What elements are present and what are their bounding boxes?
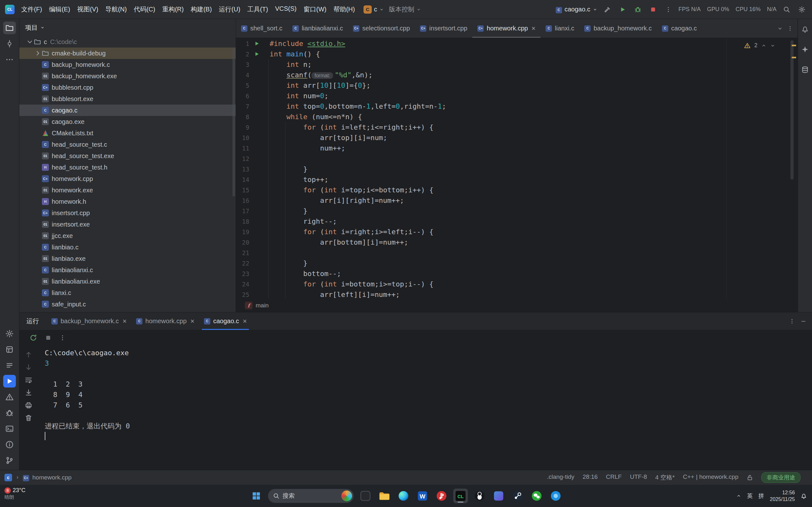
editor-tab-backup_homework.c[interactable]: Cbackup_homework.c: [579, 19, 657, 38]
tool-strip-todo[interactable]: [3, 359, 16, 372]
license-badge[interactable]: 非商业用途: [761, 472, 801, 483]
input-language[interactable]: 英: [747, 492, 753, 500]
tool-strip-database[interactable]: [799, 63, 811, 76]
search-highlight-image[interactable]: [341, 491, 352, 501]
run-tab-homework.cpp[interactable]: Chomework.cpp×: [131, 313, 199, 330]
vcs-selector[interactable]: 版本控制: [389, 5, 421, 14]
tree-item-cmake-build-debug[interactable]: cmake-build-debug: [19, 48, 236, 59]
menu-文件(F)[interactable]: 文件(F): [18, 3, 46, 16]
stop-disabled-icon[interactable]: [45, 334, 52, 341]
tree-item-homework.h[interactable]: Hhomework.h: [19, 196, 236, 207]
ime-mode[interactable]: 拼: [758, 492, 764, 500]
more-vertical-icon[interactable]: [787, 26, 793, 32]
status-project-chip[interactable]: c: [4, 474, 12, 481]
status-item[interactable]: CRLF: [606, 473, 622, 482]
taskbar-app-netease-music[interactable]: [434, 489, 449, 503]
clear-all-icon[interactable]: [25, 414, 32, 422]
tree-item-c[interactable]: cC:\code\c: [19, 36, 236, 48]
soft-wrap-icon[interactable]: [25, 376, 32, 384]
editor-tab-caogao.c[interactable]: Ccaogao.c: [657, 19, 702, 38]
tree-item-homework.exe[interactable]: 01homework.exe: [19, 184, 236, 196]
inspection-widget[interactable]: 2: [744, 42, 775, 49]
tree-item-head_source_test.h[interactable]: Hhead_source_test.h: [19, 162, 236, 173]
close-tab-icon[interactable]: ×: [122, 318, 126, 325]
taskbar-search[interactable]: 搜索: [268, 489, 354, 503]
status-item[interactable]: 4 空格*: [655, 473, 675, 482]
build-button[interactable]: [602, 4, 612, 14]
tool-strip-settings[interactable]: [3, 327, 16, 340]
taskbar-app-edge[interactable]: [396, 489, 411, 503]
tool-strip-commit[interactable]: [3, 38, 16, 50]
tree-item-safe_input.c[interactable]: Csafe_input.c: [19, 298, 236, 310]
run-line-icon[interactable]: [254, 41, 260, 47]
tree-item-head_source_test.exe[interactable]: 01head_source_test.exe: [19, 150, 236, 162]
tree-item-backup_homework.c[interactable]: Cbackup_homework.c: [19, 59, 236, 70]
hidden-tabs-icon[interactable]: [777, 26, 783, 32]
menu-运行(U)[interactable]: 运行(U): [215, 3, 244, 16]
taskbar-app-file-explorer[interactable]: [377, 489, 392, 503]
tree-item-lianbiao.exe[interactable]: 01lianbiao.exe: [19, 253, 236, 264]
tree-item-insertsort.cpp[interactable]: C+insertsort.cpp: [19, 207, 236, 219]
tree-item-lianxi.c[interactable]: Clianxi.c: [19, 287, 236, 298]
menu-帮助(H)[interactable]: 帮助(H): [330, 3, 358, 16]
breadcrumb-function[interactable]: main: [256, 302, 269, 309]
tool-strip-debug[interactable]: [3, 406, 16, 419]
debug-button[interactable]: [633, 4, 643, 14]
menu-导航(N)[interactable]: 导航(N): [102, 3, 131, 16]
taskbar-app-wechat[interactable]: [529, 489, 544, 503]
menu-VCS(S)[interactable]: VCS(S): [271, 3, 300, 16]
tree-item-CMakeLists.txt[interactable]: CMakeLists.txt: [19, 127, 236, 139]
tree-item-lianbiaolianxi.exe[interactable]: 01lianbiaolianxi.exe: [19, 276, 236, 287]
editor-tab-homework.cpp[interactable]: C+homework.cpp×: [472, 19, 541, 38]
tree-item-caogao.c[interactable]: Ccaogao.c: [19, 105, 236, 116]
editor-tab-lianbiaolianxi.c[interactable]: Clianbiaolianxi.c: [287, 19, 348, 38]
console-output[interactable]: C:\code\c\caogao.exe3 1 2 3 8 9 4 7 6 5 …: [45, 348, 806, 470]
stop-button[interactable]: [648, 4, 658, 14]
close-tab-icon[interactable]: ×: [190, 318, 194, 325]
tool-strip-more-tools[interactable]: [3, 53, 16, 66]
menu-视图(V)[interactable]: 视图(V): [73, 3, 102, 16]
more-actions-button[interactable]: [663, 4, 673, 14]
taskbar-clock[interactable]: 12:56 2025/11/25: [770, 489, 795, 503]
previous-problem-icon[interactable]: [761, 43, 766, 48]
tool-strip-notifications[interactable]: [799, 23, 811, 36]
editor-tab-selectionsort.cpp[interactable]: C+selectionsort.cpp: [348, 19, 415, 38]
run-tab-caogao.c[interactable]: Ccaogao.c×: [199, 313, 252, 330]
tree-item-jjcc.exe[interactable]: 01jjcc.exe: [19, 230, 236, 241]
more-vertical-icon[interactable]: [59, 335, 66, 341]
tree-item-homework.cpp[interactable]: C+homework.cpp: [19, 173, 236, 184]
status-file-name[interactable]: homework.cpp: [32, 474, 72, 481]
taskbar-app-app-dark[interactable]: [358, 489, 373, 503]
tool-strip-ai-assistant[interactable]: [799, 43, 811, 56]
taskbar-app-app-blue[interactable]: [491, 489, 506, 503]
menu-窗口(W)[interactable]: 窗口(W): [300, 3, 330, 16]
tree-item-insertsort.exe[interactable]: 01insertsort.exe: [19, 219, 236, 230]
next-problem-icon[interactable]: [770, 43, 775, 48]
tree-item-head_source_test.c[interactable]: Chead_source_test.c: [19, 139, 236, 150]
menu-重构(R)[interactable]: 重构(R): [159, 3, 187, 16]
editor-tab-lianxi.c[interactable]: Clianxi.c: [541, 19, 579, 38]
taskbar-weather-widget[interactable]: 8 23°C 晴朗: [4, 487, 26, 500]
tool-strip-project[interactable]: [3, 21, 16, 34]
more-vertical-icon[interactable]: [789, 319, 795, 324]
project-selector[interactable]: C c: [363, 5, 384, 14]
editor-tab-insertsort.cpp[interactable]: C+insertsort.cpp: [415, 19, 472, 38]
tree-item-lianbiao.c[interactable]: Clianbiao.c: [19, 241, 236, 253]
notification-bell-icon[interactable]: [801, 493, 807, 499]
close-tab-icon[interactable]: ×: [243, 318, 247, 325]
menu-代码(C)[interactable]: 代码(C): [131, 3, 159, 16]
tool-strip-problems[interactable]: [3, 391, 16, 403]
warning-stripe-mark[interactable]: [792, 57, 796, 58]
tree-item-backup_homework.exe[interactable]: 01backup_homework.exe: [19, 70, 236, 82]
taskbar-app-app-teal[interactable]: [548, 489, 563, 503]
tool-strip-run[interactable]: [3, 375, 16, 388]
status-item[interactable]: .clang-tidy: [547, 473, 574, 482]
tool-strip-notifications[interactable]: [3, 438, 16, 451]
search-everywhere-button[interactable]: [781, 4, 792, 14]
start-button[interactable]: [249, 489, 264, 503]
menu-工具(T)[interactable]: 工具(T): [244, 3, 272, 16]
editor-tab-shell_sort.c[interactable]: Cshell_sort.c: [236, 19, 287, 38]
tool-strip-services[interactable]: [3, 343, 16, 356]
menu-构建(B)[interactable]: 构建(B): [187, 3, 215, 16]
editor-scrollbar[interactable]: [791, 40, 794, 180]
